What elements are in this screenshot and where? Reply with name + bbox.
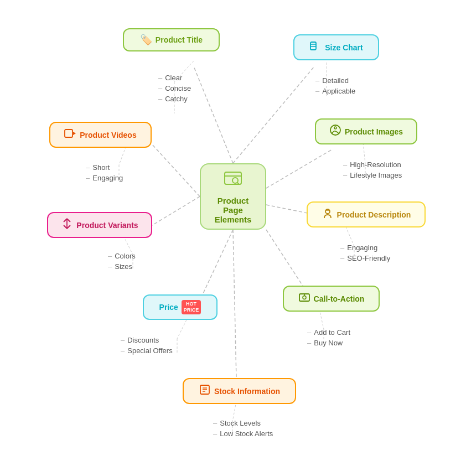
product-variants-label: Product Variants	[76, 221, 138, 230]
price-label: Price	[159, 303, 178, 312]
price-subitems: Discounts Special Offers	[121, 336, 173, 357]
product-variants-node: Product Variants	[47, 212, 152, 238]
stock-sub-low-alerts: Low Stock Alerts	[213, 430, 273, 438]
product-variants-sub-colors: Colors	[108, 252, 136, 260]
svg-point-47	[303, 296, 306, 299]
stock-information-icon	[199, 384, 211, 399]
svg-point-38	[334, 127, 336, 129]
size-chart-node: Size Chart	[293, 34, 379, 60]
svg-line-2	[152, 144, 200, 196]
size-chart-sub-applicable: Applicable	[315, 87, 355, 95]
svg-line-7	[266, 230, 308, 293]
product-title-sub-clear: Clear	[158, 74, 191, 82]
product-videos-label: Product Videos	[80, 131, 136, 139]
center-node: ProductPageElements	[200, 163, 266, 230]
center-label: ProductPageElements	[215, 196, 252, 224]
center-icon	[223, 169, 243, 193]
product-variants-icon	[61, 218, 73, 232]
size-chart-label: Size Chart	[325, 43, 363, 52]
cta-sub-add-to-cart: Add to Cart	[307, 328, 350, 337]
connector-layer	[0, 0, 466, 476]
product-images-node: Product Images	[315, 118, 417, 144]
product-title-label: Product Title	[156, 35, 203, 44]
product-images-label: Product Images	[345, 127, 403, 136]
svg-rect-35	[65, 130, 73, 137]
size-chart-sub-detailed: Detailed	[315, 76, 355, 85]
cta-icon	[298, 291, 310, 306]
svg-line-6	[199, 230, 233, 302]
product-videos-subitems: Short Engaging	[86, 163, 123, 184]
stock-sub-levels: Stock Levels	[213, 419, 273, 427]
svg-rect-32	[310, 42, 316, 50]
svg-line-4	[149, 196, 200, 227]
product-images-icon	[329, 124, 341, 139]
product-videos-node: Product Videos	[49, 122, 152, 148]
svg-line-41	[67, 219, 70, 222]
svg-line-40	[64, 219, 67, 222]
svg-marker-36	[73, 132, 76, 135]
product-title-sub-catchy: Catchy	[158, 95, 191, 103]
size-chart-icon	[309, 40, 322, 55]
svg-line-24	[319, 309, 324, 329]
product-description-subitems: Engaging SEO-Friendly	[340, 244, 390, 265]
cta-sub-buy-now: Buy Now	[307, 339, 350, 347]
svg-line-22	[177, 317, 188, 339]
product-variants-subitems: Colors Sizes	[108, 252, 136, 273]
stock-information-node: Stock Information	[183, 378, 296, 404]
svg-line-8	[233, 230, 236, 378]
product-description-node: Product Description	[307, 201, 426, 227]
svg-line-43	[67, 225, 70, 229]
cta-node: Call-to-Action	[283, 286, 380, 312]
svg-line-3	[266, 149, 332, 188]
svg-line-42	[64, 225, 67, 229]
cta-label: Call-to-Action	[314, 294, 365, 303]
product-title-node: 🏷️ Product Title	[123, 28, 220, 51]
product-videos-sub-engaging: Engaging	[86, 174, 123, 182]
stock-information-label: Stock Information	[214, 387, 280, 396]
stock-information-subitems: Stock Levels Low Stock Alerts	[213, 419, 273, 440]
product-images-sub-lifestyle: Lifestyle Images	[343, 171, 402, 179]
product-title-icon: 🏷️	[140, 34, 152, 46]
cta-subitems: Add to Cart Buy Now	[307, 328, 350, 349]
hot-price-badge: HOTPRICE	[182, 300, 201, 314]
product-images-sub-hires: High-Resolution	[343, 161, 402, 169]
svg-point-44	[325, 209, 330, 214]
product-images-subitems: High-Resolution Lifestyle Images	[343, 161, 402, 182]
price-sub-discounts: Discounts	[121, 336, 173, 344]
product-description-sub-engaging: Engaging	[340, 244, 390, 252]
product-description-label: Product Description	[337, 210, 411, 219]
product-description-icon	[322, 207, 334, 222]
product-videos-sub-short: Short	[86, 163, 123, 172]
svg-line-1	[233, 66, 314, 163]
product-variants-sub-sizes: Sizes	[108, 262, 136, 271]
product-title-sub-concise: Concise	[158, 84, 191, 92]
svg-line-0	[194, 66, 233, 163]
product-title-subitems: Clear Concise Catchy	[158, 74, 191, 105]
price-node: Price HOTPRICE	[143, 294, 218, 320]
product-description-sub-seo: SEO-Friendly	[340, 254, 390, 262]
price-sub-special-offers: Special Offers	[121, 346, 173, 355]
product-videos-icon	[64, 127, 76, 142]
size-chart-subitems: Detailed Applicable	[315, 76, 355, 97]
